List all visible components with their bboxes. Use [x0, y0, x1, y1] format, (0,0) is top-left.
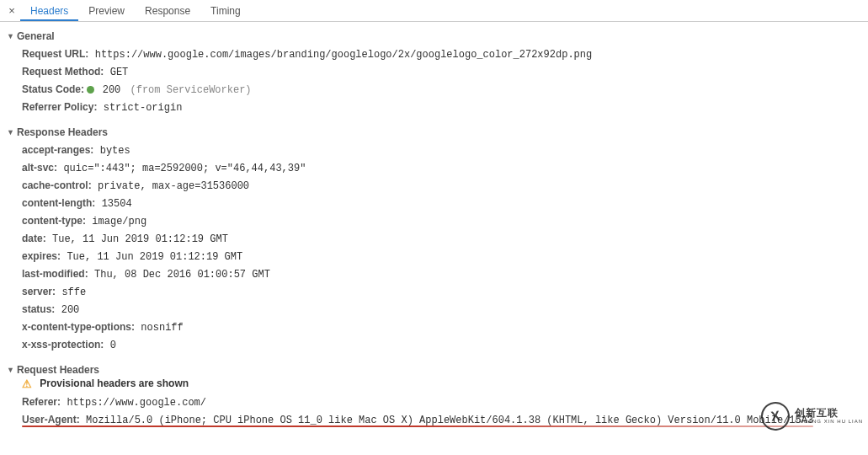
section-title: General	[17, 30, 55, 42]
tabs-bar: × Headers Preview Response Timing	[0, 0, 868, 22]
response-list: accept-ranges: bytesalt-svc: quic=":443"…	[7, 138, 861, 359]
header-key: Request Method:	[22, 66, 104, 78]
general-row: Request Method: GET	[22, 63, 861, 81]
section-general-header[interactable]: ▼ General	[7, 30, 861, 42]
header-key: expires:	[22, 250, 61, 262]
request-row: Referer: https://www.google.com/	[22, 393, 861, 411]
header-key: Referrer Policy:	[22, 101, 97, 113]
section-request-headers: ▼ Request Headers ⚠ Provisional headers …	[7, 364, 861, 434]
header-value: https://www.google.com/images/branding/g…	[95, 49, 593, 61]
response-row: content-type: image/png	[22, 212, 861, 230]
header-value: strict-origin	[104, 102, 183, 114]
general-row: Referrer Policy: strict-origin	[22, 99, 861, 116]
header-value: 200	[103, 84, 121, 96]
response-row: date: Tue, 11 Jun 2019 01:12:19 GMT	[22, 230, 861, 248]
header-value: bytes	[100, 145, 130, 157]
header-value: Mozilla/5.0 (iPhone; CPU iPhone OS 11_0 …	[86, 415, 813, 426]
tab-headers[interactable]: Headers	[20, 1, 78, 21]
header-value: quic=":443"; ma=2592000; v="46,44,43,39"	[63, 163, 306, 174]
response-row: alt-svc: quic=":443"; ma=2592000; v="46,…	[22, 159, 861, 177]
section-title: Request Headers	[17, 364, 99, 376]
tab-preview[interactable]: Preview	[78, 1, 135, 20]
section-request-header[interactable]: ▼ Request Headers	[7, 364, 861, 376]
header-value: Tue, 11 Jun 2019 01:12:19 GMT	[52, 233, 228, 245]
header-key: cache-control:	[22, 179, 92, 191]
section-response-headers: ▼ Response Headers accept-ranges: bytesa…	[7, 126, 861, 359]
header-key: x-xss-protection:	[22, 339, 104, 351]
header-key: content-type:	[22, 215, 86, 227]
response-row: last-modified: Thu, 08 Dec 2016 01:00:57…	[22, 265, 861, 283]
response-row: server: sffe	[22, 283, 861, 301]
response-row: status: 200	[22, 301, 861, 318]
disclosure-triangle-icon: ▼	[7, 32, 15, 40]
header-key: last-modified:	[22, 268, 88, 280]
general-list: Request URL: https://www.google.com/imag…	[7, 42, 861, 121]
header-value: 0	[110, 340, 116, 351]
panel-content: ▼ General Request URL: https://www.googl…	[0, 22, 868, 441]
response-row: cache-control: private, max-age=31536000	[22, 177, 861, 195]
header-key: alt-svc:	[22, 162, 57, 174]
header-value: sffe	[61, 286, 86, 298]
header-value: nosniff	[141, 322, 183, 334]
header-key: x-content-type-options:	[22, 321, 135, 333]
header-value: https://www.google.com/	[67, 397, 206, 409]
response-row: x-content-type-options: nosniff	[22, 318, 861, 336]
tab-timing[interactable]: Timing	[200, 1, 251, 20]
header-key: status:	[22, 303, 55, 315]
response-row: accept-ranges: bytes	[22, 142, 861, 159]
close-icon[interactable]: ×	[3, 4, 20, 17]
header-key: Request URL:	[22, 48, 88, 60]
header-value: 13504	[102, 198, 132, 210]
header-value: Thu, 08 Dec 2016 01:00:57 GMT	[94, 269, 270, 281]
header-value: Tue, 11 Jun 2019 01:12:19 GMT	[67, 251, 242, 263]
warning-icon: ⚠	[22, 377, 32, 390]
general-row: Status Code: 200 (from ServiceWorker)	[22, 81, 861, 99]
watermark-logo: X 创新互联 CHUANG XIN HU LIAN	[761, 402, 863, 431]
response-row: x-xss-protection: 0	[22, 336, 861, 354]
logo-text: 创新互联 CHUANG XIN HU LIAN	[795, 408, 863, 425]
general-row: Request URL: https://www.google.com/imag…	[22, 46, 861, 63]
response-row: content-length: 13504	[22, 195, 861, 212]
header-value: private, max-age=31536000	[98, 180, 249, 192]
status-dot-icon	[87, 86, 94, 94]
header-value: image/png	[92, 216, 146, 228]
header-value-suffix: (from ServiceWorker)	[124, 84, 251, 96]
header-value: 200	[61, 304, 80, 316]
tab-response[interactable]: Response	[135, 1, 200, 20]
header-key: Referer:	[22, 396, 61, 408]
disclosure-triangle-icon: ▼	[7, 128, 15, 136]
header-key: User-Agent:	[22, 414, 80, 426]
logo-mark-icon: X	[759, 400, 791, 432]
header-key: server:	[22, 286, 56, 297]
header-key: date:	[22, 233, 46, 244]
response-row: expires: Tue, 11 Jun 2019 01:12:19 GMT	[22, 248, 861, 265]
header-key: accept-ranges:	[22, 144, 93, 156]
request-list: Referer: https://www.google.com/User-Age…	[7, 393, 861, 434]
header-key: Status Code:	[22, 83, 84, 95]
user-agent-row: User-Agent: Mozilla/5.0 (iPhone; CPU iPh…	[22, 411, 861, 429]
provisional-warning: ⚠ Provisional headers are shown	[7, 376, 861, 393]
disclosure-triangle-icon: ▼	[7, 366, 15, 374]
header-key: content-length:	[22, 197, 95, 209]
section-title: Response Headers	[17, 126, 108, 138]
section-response-header[interactable]: ▼ Response Headers	[7, 126, 861, 138]
header-value: GET	[110, 67, 129, 78]
warning-text: Provisional headers are shown	[40, 377, 189, 389]
section-general: ▼ General Request URL: https://www.googl…	[7, 30, 861, 121]
